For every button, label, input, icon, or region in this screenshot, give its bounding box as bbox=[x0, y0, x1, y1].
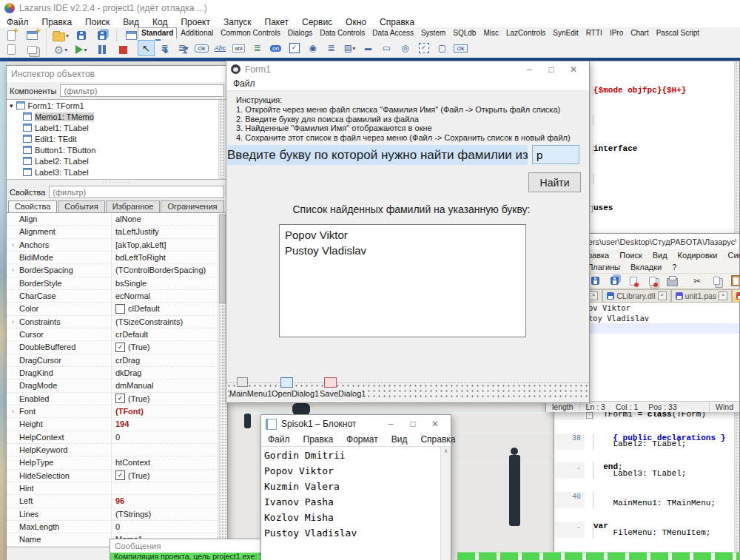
property-row[interactable]: BidiModebdLeftToRight bbox=[7, 252, 227, 264]
properties-filter-input[interactable] bbox=[49, 186, 224, 198]
tmemo-icon[interactable]: ≣ bbox=[249, 40, 266, 56]
save-all-icon[interactable] bbox=[94, 28, 110, 43]
property-row[interactable]: Enabled✓(True) bbox=[7, 393, 227, 405]
components-filter-input[interactable] bbox=[60, 84, 224, 97]
ttogglebox-icon[interactable]: on bbox=[267, 40, 284, 56]
checkbox-icon[interactable]: ✓ bbox=[115, 470, 125, 480]
menu-run[interactable]: Запуск bbox=[217, 16, 258, 29]
mainmenu-component-icon[interactable] bbox=[237, 377, 248, 387]
maximize-icon[interactable]: □ bbox=[402, 416, 424, 431]
tree-item-button1[interactable]: Button1: TButton bbox=[7, 144, 227, 155]
npp-menu-help[interactable]: ? bbox=[667, 261, 682, 273]
property-row[interactable]: DragModedmManual bbox=[7, 379, 227, 392]
npp-menu-view[interactable]: Вид bbox=[648, 249, 673, 261]
npp-menu-search[interactable]: Поиск bbox=[614, 249, 647, 261]
maximize-icon[interactable]: □ bbox=[540, 62, 562, 77]
tlistbox-icon[interactable]: ≣ bbox=[323, 40, 340, 56]
palette-tab-dialogs[interactable]: Dialogs bbox=[284, 27, 316, 39]
palette-tab-ipro[interactable]: IPro bbox=[606, 27, 627, 39]
new-form-icon[interactable] bbox=[24, 28, 40, 43]
property-row[interactable]: MaxLength0 bbox=[7, 521, 227, 533]
tframe-icon[interactable]: Ok bbox=[452, 40, 469, 56]
menu-package[interactable]: Пакет bbox=[258, 16, 295, 29]
property-row[interactable]: ›Anchors[akTop,akLeft] bbox=[7, 239, 227, 252]
property-row[interactable]: CharCaseecNormal bbox=[7, 290, 227, 303]
find-button[interactable]: Найти bbox=[528, 172, 581, 192]
compile-status-row[interactable]: Компиляция проекта, цель project1.exe: У… bbox=[110, 553, 261, 560]
property-row[interactable]: Hint bbox=[7, 482, 227, 495]
tree-item-memo1[interactable]: Memo1: TMemo bbox=[7, 111, 227, 122]
tree-item-form1[interactable]: ▾ Form1: TForm1 bbox=[7, 100, 227, 111]
savedialog-component-icon[interactable] bbox=[324, 377, 337, 388]
property-row[interactable]: CursorcrDefault bbox=[7, 328, 227, 341]
tree-item-label2[interactable]: Label2: TLabel bbox=[7, 155, 227, 166]
menu-code[interactable]: Код bbox=[146, 16, 174, 29]
tab-unit1-pas[interactable]: unit1.pas× bbox=[671, 289, 733, 302]
menu-help[interactable]: Справка bbox=[373, 16, 421, 29]
expand-icon[interactable]: › bbox=[7, 318, 19, 325]
tscrollbar-icon[interactable]: ▬ bbox=[360, 40, 377, 56]
tab-properties[interactable]: Свойства bbox=[8, 200, 57, 212]
palette-tab-sqldb[interactable]: SQLdb bbox=[449, 27, 480, 39]
menu-search[interactable]: Поиск bbox=[78, 16, 116, 29]
new-unit-icon[interactable] bbox=[3, 28, 19, 43]
property-row[interactable]: HelpContext0 bbox=[7, 431, 227, 444]
tpopupmenu-icon[interactable]: ≣▾ bbox=[175, 40, 192, 56]
save-all-icon[interactable] bbox=[606, 274, 622, 289]
property-row[interactable]: DoubleBuffered✓(True) bbox=[7, 341, 227, 354]
tree-item-label1[interactable]: Label1: TLabel bbox=[7, 122, 227, 133]
tlabel-icon[interactable]: Abc bbox=[212, 40, 229, 56]
tree-item-label3[interactable]: Label3: TLabel bbox=[7, 166, 227, 178]
expand-icon[interactable]: › bbox=[7, 408, 19, 415]
open-icon[interactable]: ▾ bbox=[53, 28, 69, 43]
notepad-menu-format[interactable]: Формат bbox=[340, 433, 385, 446]
tab-restricted[interactable]: Ограничения bbox=[161, 200, 223, 212]
palette-tab-additional[interactable]: Additional bbox=[177, 27, 217, 39]
source-editor-bottom[interactable]: 38 { public declarations } . end; 40 .va… bbox=[554, 414, 739, 560]
palette-tab-chart[interactable]: Chart bbox=[627, 27, 652, 39]
tab-spisok2[interactable]: Spisok2× bbox=[732, 289, 740, 302]
palette-tab-misc[interactable]: Misc bbox=[480, 27, 502, 39]
property-row[interactable]: HideSelection✓(True) bbox=[7, 470, 227, 482]
opendialog-component-icon[interactable] bbox=[280, 377, 293, 388]
tgroupbox-icon[interactable]: ▭ bbox=[378, 40, 395, 56]
property-row[interactable]: AlignmenttaLeftJustify bbox=[7, 226, 227, 238]
tmainmenu-icon[interactable]: ≣ bbox=[156, 40, 173, 56]
menu-window[interactable]: Окно bbox=[339, 16, 373, 29]
npp-menu-encoding[interactable]: Кодировки bbox=[673, 249, 723, 261]
close-tab-icon[interactable]: × bbox=[719, 291, 727, 300]
build-icon[interactable]: ⚙▾ bbox=[53, 42, 69, 57]
close-tab-icon[interactable]: × bbox=[589, 291, 598, 300]
pause-icon[interactable] bbox=[94, 42, 110, 57]
results-memo[interactable]: Popov Viktor Pustoy Vladislav bbox=[279, 224, 526, 337]
palette-tab-data-controls[interactable]: Data Controls bbox=[316, 27, 369, 39]
palette-tab-synedit[interactable]: SynEdit bbox=[549, 27, 582, 39]
windows-icon[interactable] bbox=[24, 42, 40, 57]
form1-menu-file[interactable]: Файл bbox=[226, 77, 262, 90]
save-icon[interactable] bbox=[73, 28, 90, 43]
minimize-icon[interactable]: – bbox=[518, 62, 540, 77]
property-row[interactable]: DragKinddkDrag bbox=[7, 367, 227, 379]
tradiobutton-icon[interactable]: ◉ bbox=[304, 40, 321, 56]
cut-icon[interactable]: ✂ bbox=[689, 274, 705, 289]
close-all-icon[interactable] bbox=[645, 274, 661, 289]
checkbox-icon[interactable]: ✓ bbox=[115, 343, 125, 352]
stop-icon[interactable] bbox=[115, 42, 131, 57]
palette-tab-pascal-script[interactable]: Pascal Script bbox=[653, 27, 703, 39]
menu-tools[interactable]: Сервис bbox=[295, 16, 339, 29]
tab-clibrary-dll[interactable]: CLibrary.dll× bbox=[602, 289, 670, 302]
tab-favorites[interactable]: Избранное bbox=[106, 200, 161, 212]
property-row[interactable]: BorderStylebsSingle bbox=[7, 277, 227, 290]
property-row[interactable]: Lines(TStrings) bbox=[7, 508, 227, 521]
cursor-icon[interactable]: ↖ bbox=[138, 40, 155, 56]
close-icon[interactable] bbox=[625, 274, 642, 289]
new-page-icon[interactable] bbox=[3, 42, 19, 57]
component-tree[interactable]: ▾ Form1: TForm1 Memo1: TMemo Label1: TLa… bbox=[7, 99, 227, 180]
collapse-icon[interactable]: ▾ bbox=[10, 102, 13, 109]
palette-tab-lazcontrols[interactable]: LazControls bbox=[502, 27, 549, 39]
palette-tab-system[interactable]: System bbox=[417, 27, 449, 39]
notepad-menu-file[interactable]: Файл bbox=[261, 433, 297, 446]
print-icon[interactable] bbox=[664, 274, 680, 289]
minimize-icon[interactable]: – bbox=[380, 416, 402, 431]
property-row[interactable]: ColorclDefault bbox=[7, 303, 227, 315]
